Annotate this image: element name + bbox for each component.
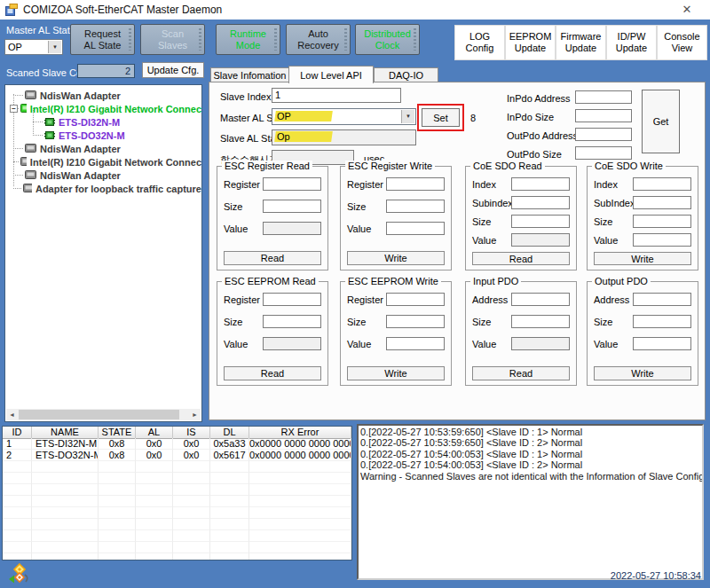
read-button[interactable]: Read xyxy=(472,366,570,380)
value-field[interactable] xyxy=(633,233,691,247)
master-al-state-dropdown[interactable]: OP ▼ xyxy=(4,39,63,55)
write-button[interactable]: Write xyxy=(347,251,445,265)
log-panel[interactable]: 0.[2022-05-27 10:53:59:650] <Slave ID : … xyxy=(357,424,704,580)
tree-item-slave[interactable]: ETS-DI32N-M xyxy=(5,115,201,129)
table-cell[interactable]: 0x8 xyxy=(99,450,136,461)
slave-index-field[interactable]: 1 xyxy=(272,88,401,103)
table-cell[interactable]: 0x0 xyxy=(173,450,210,461)
collapse-icon[interactable]: − xyxy=(10,105,18,113)
table-cell[interactable]: 0x0000 0000 0000 0000 xyxy=(249,450,351,461)
table-cell[interactable]: ETS-DI32N-M xyxy=(32,438,99,450)
column-header[interactable]: DL xyxy=(210,427,249,439)
size-field[interactable] xyxy=(386,200,445,213)
index-field[interactable] xyxy=(633,177,691,191)
table-cell[interactable]: 0x0 xyxy=(136,438,173,450)
size-field[interactable] xyxy=(511,315,570,328)
column-header[interactable]: NAME xyxy=(32,427,99,439)
idpw-update-button[interactable]: ID/PWUpdate xyxy=(606,25,657,60)
eeprom-update-button[interactable]: EEPROMUpdate xyxy=(505,25,556,60)
outpdo-address-field[interactable] xyxy=(575,128,632,141)
size-field[interactable] xyxy=(386,315,445,328)
column-header[interactable]: STATE xyxy=(99,427,136,439)
table-cell[interactable]: 0x0000 0000 0000 0000 xyxy=(249,438,351,450)
address-field[interactable] xyxy=(511,293,570,306)
get-button[interactable]: Get xyxy=(642,90,680,153)
table-cell[interactable]: 0x0 xyxy=(173,438,210,450)
size-field[interactable] xyxy=(263,315,321,328)
chevron-down-icon[interactable]: ▼ xyxy=(48,41,61,53)
write-button[interactable]: Write xyxy=(594,252,691,265)
size-field[interactable] xyxy=(511,215,570,228)
request-al-state-button[interactable]: RequestAL State xyxy=(70,24,135,55)
group-esc-register-read: ESC Register Read Register Size Value Re… xyxy=(217,166,328,270)
firmware-update-button[interactable]: FirmwareUpdate xyxy=(556,25,606,60)
read-button[interactable]: Read xyxy=(224,366,321,380)
tree-item-adapter[interactable]: Intel(R) I210 Gigabit Network Connec xyxy=(5,155,201,169)
subindex-field[interactable] xyxy=(633,196,691,209)
comizoa-logo-icon xyxy=(7,562,32,585)
chevron-down-icon[interactable]: ▼ xyxy=(401,110,414,123)
value-field[interactable] xyxy=(386,337,445,350)
table-cell[interactable]: 0x5617 xyxy=(210,450,249,461)
slave-status-table: ID NAME STATE AL IS LOST DL RX Error 1 E… xyxy=(2,426,352,561)
slave-al-state-field: Op xyxy=(272,129,416,145)
tree-horizontal-scrollbar[interactable]: ◄ ► xyxy=(6,409,201,420)
master-al-state-form-dropdown[interactable]: OP ▼ xyxy=(272,108,416,125)
scan-slaves-button[interactable]: ScanSlaves xyxy=(140,24,205,55)
subindex-field[interactable] xyxy=(511,196,570,209)
size-field[interactable] xyxy=(263,200,321,213)
console-view-button[interactable]: ConsoleView xyxy=(657,25,707,60)
tree-item-slave[interactable]: ETS-DO32N-M xyxy=(5,129,201,142)
write-button[interactable]: Write xyxy=(594,366,691,380)
value-field[interactable] xyxy=(633,337,691,350)
tree-item-adapter-active[interactable]: − Intel(R) I210 Gigabit Network Connec xyxy=(5,102,201,115)
column-header[interactable]: AL xyxy=(136,427,173,439)
column-header[interactable]: RX Error xyxy=(249,427,351,439)
index-field[interactable] xyxy=(511,177,570,191)
value-field[interactable] xyxy=(386,222,445,235)
group-coe-sdo-write: CoE SDO Write Index SubIndex Size Value … xyxy=(587,166,698,270)
tree-item-adapter[interactable]: NdisWan Adapter xyxy=(5,169,201,182)
tree-item-adapter[interactable]: Adapter for loopback traffic capture xyxy=(5,182,201,195)
read-button[interactable]: Read xyxy=(472,252,570,265)
log-line: 0.[2022-05-27 10:53:59:650] <Slave ID : … xyxy=(360,437,700,448)
table-cell[interactable]: 2 xyxy=(3,450,32,461)
register-field[interactable] xyxy=(386,177,445,191)
group-title: ESC Register Read xyxy=(222,161,312,171)
update-cfg-button[interactable]: Update Cfg. xyxy=(142,62,204,78)
column-header[interactable]: ID xyxy=(3,427,32,439)
table-cell[interactable]: 0x0 xyxy=(136,450,173,461)
tree-item-adapter[interactable]: NdisWan Adapter xyxy=(5,142,201,155)
inpdo-size-field[interactable] xyxy=(575,109,632,122)
scrollbar-thumb[interactable] xyxy=(19,410,179,419)
column-header[interactable]: IS LOST xyxy=(173,427,210,439)
address-field[interactable] xyxy=(633,293,691,306)
size-field[interactable] xyxy=(633,215,691,228)
table-cell[interactable]: 1 xyxy=(3,438,32,450)
auto-recovery-button[interactable]: AutoRecovery xyxy=(286,24,351,55)
register-field[interactable] xyxy=(386,293,445,306)
scroll-left-icon[interactable]: ◄ xyxy=(6,409,18,420)
register-field[interactable] xyxy=(263,177,321,191)
outpdo-size-field[interactable] xyxy=(575,146,632,160)
distributed-clock-button[interactable]: DistributedClock xyxy=(355,24,420,55)
table-cell[interactable]: 0x5a33 xyxy=(210,438,249,450)
inpdo-address-field[interactable] xyxy=(575,90,632,104)
outpdo-address-label: OutPdo Address xyxy=(507,130,578,141)
close-icon[interactable]: ✕ xyxy=(678,2,696,18)
set-button[interactable]: Set xyxy=(422,108,460,127)
group-title: CoE SDO Write xyxy=(592,161,666,171)
table-cell[interactable]: ETS-DO32N-M xyxy=(32,450,99,461)
write-button[interactable]: Write xyxy=(347,366,445,380)
tab-low-level-api[interactable]: Low Level API xyxy=(288,66,374,83)
register-field[interactable] xyxy=(263,293,321,306)
table-cell[interactable]: 0x8 xyxy=(99,438,136,450)
log-config-button[interactable]: LOGConfig xyxy=(454,25,505,60)
size-field[interactable] xyxy=(633,315,691,328)
read-button[interactable]: Read xyxy=(224,251,321,265)
network-adapter-icon xyxy=(25,170,36,180)
scroll-right-icon[interactable]: ► xyxy=(189,409,201,420)
tree-item-adapter[interactable]: NdisWan Adapter xyxy=(5,89,201,102)
runtime-mode-button[interactable]: RuntimeMode xyxy=(216,24,280,55)
low-level-api-panel: Slave Index 1 Master AL State OP ▼ Set 8… xyxy=(209,82,706,420)
